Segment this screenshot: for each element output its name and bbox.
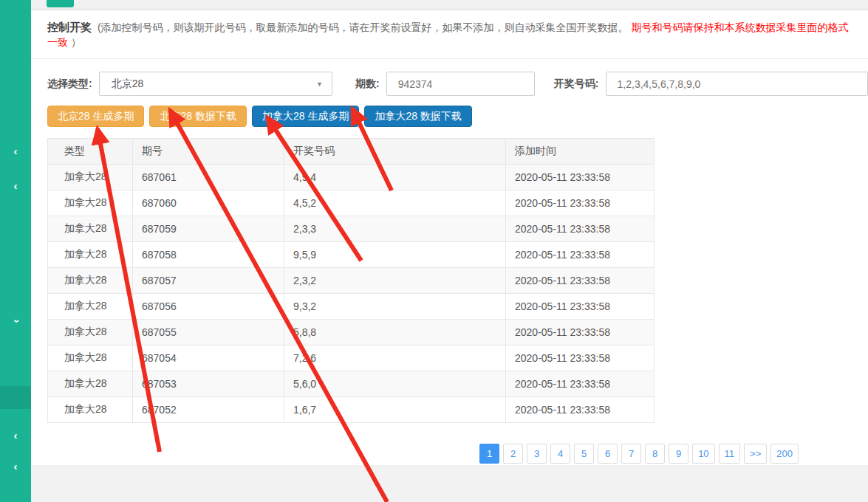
table-row: 加拿大286870572,3,22020-05-11 23:33:58	[48, 268, 655, 294]
pagination-page-2[interactable]: 2	[503, 444, 523, 464]
cell-type: 加拿大28	[48, 397, 133, 423]
type-select-value: 北京28	[100, 78, 144, 91]
expand-down-icon[interactable]: ‹	[10, 306, 21, 337]
cell-time: 2020-05-11 23:33:58	[506, 165, 655, 190]
cell-time: 2020-05-11 23:33:58	[506, 320, 655, 345]
numbers-label: 开奖号码:	[554, 78, 599, 91]
cell-time: 2020-05-11 23:33:58	[506, 190, 655, 216]
pagination-page-11[interactable]: 11	[719, 444, 741, 464]
cell-numbers: 5,6,0	[284, 371, 506, 397]
collapse-left-icon[interactable]: ‹	[0, 181, 31, 191]
cell-type: 加拿大28	[48, 242, 133, 268]
table-header-row: 类型期号开奖号码添加时间	[48, 139, 655, 165]
cell-numbers: 2,3,3	[284, 216, 506, 242]
pagination-page-9[interactable]: 9	[669, 444, 688, 464]
pagination-page-10[interactable]: 10	[692, 444, 714, 464]
chevron-down-icon: ▼	[316, 80, 323, 88]
cell-time: 2020-05-11 23:33:58	[506, 345, 655, 371]
collapse-left-icon[interactable]: ‹	[0, 461, 31, 472]
beijing28-generate-button[interactable]: 北京28 生成多期	[47, 106, 144, 127]
cell-time: 2020-05-11 23:33:58	[506, 242, 655, 268]
cell-period: 687059	[133, 216, 284, 242]
top-strip	[31, 0, 868, 10]
cell-type: 加拿大28	[48, 216, 133, 242]
page-description: (添加控制号码，则该期开此号码，取最新添加的号码，请在开奖前设置好，如果不添加，…	[98, 21, 629, 33]
table-row: 加拿大286870555,8,82020-05-11 23:33:58	[48, 320, 655, 345]
table-row: 加拿大286870547,2,62020-05-11 23:33:58	[48, 345, 655, 371]
collapse-left-icon[interactable]: ‹	[0, 146, 31, 157]
cell-numbers: 7,2,6	[284, 345, 506, 371]
cell-period: 687054	[133, 345, 284, 371]
pagination-page-4[interactable]: 4	[550, 444, 570, 464]
type-select[interactable]: 北京28 ▼	[99, 72, 332, 96]
cell-numbers: 4,5,2	[284, 190, 506, 216]
numbers-input[interactable]	[606, 72, 868, 96]
action-buttons: 北京28 生成多期北京28 数据下载加拿大28 生成多期加拿大28 数据下载	[47, 106, 868, 127]
panel-header: 控制开奖 (添加控制号码，则该期开此号码，取最新添加的号码，请在开奖前设置好，如…	[31, 10, 868, 59]
main-content: 控制开奖 (添加控制号码，则该期开此号码，取最新添加的号码，请在开奖前设置好，如…	[31, 0, 868, 502]
pagination-page-5[interactable]: 5	[574, 444, 594, 464]
table-row: 加拿大286870535,6,02020-05-11 23:33:58	[48, 371, 655, 397]
pagination-page-1[interactable]: 1	[479, 444, 499, 464]
cell-period: 687052	[133, 397, 284, 423]
pagination-page-6[interactable]: 6	[598, 444, 618, 464]
column-header: 开奖号码	[284, 139, 506, 165]
cell-time: 2020-05-11 23:33:58	[506, 294, 655, 320]
cell-numbers: 9,5,9	[284, 242, 506, 268]
column-header: 添加时间	[506, 139, 655, 165]
pagination-page-8[interactable]: 8	[645, 444, 665, 464]
control-table: 类型期号开奖号码添加时间 加拿大286870614,9,42020-05-11 …	[47, 138, 655, 423]
table-row: 加拿大286870569,3,22020-05-11 23:33:58	[48, 294, 655, 320]
pagination-page-7[interactable]: 7	[621, 444, 641, 464]
cell-numbers: 5,8,8	[284, 320, 506, 345]
footer	[31, 465, 868, 502]
page-title: 控制开奖	[47, 21, 92, 33]
cell-type: 加拿大28	[48, 320, 133, 345]
pagination-next[interactable]: >>	[744, 444, 767, 464]
cell-type: 加拿大28	[48, 345, 133, 371]
table-row: 加拿大286870614,9,42020-05-11 23:33:58	[48, 165, 655, 190]
canada28-generate-button[interactable]: 加拿大28 生成多期	[252, 106, 359, 127]
cell-period: 687057	[133, 268, 284, 294]
column-header: 类型	[48, 139, 133, 165]
cell-type: 加拿大28	[48, 294, 133, 320]
pagination-page-3[interactable]: 3	[527, 444, 547, 464]
collapse-left-icon[interactable]: ‹	[0, 430, 31, 441]
cell-period: 687060	[133, 190, 284, 216]
active-tab-indicator[interactable]	[47, 0, 74, 7]
canada28-download-button[interactable]: 加拿大28 数据下载	[364, 106, 471, 127]
table-row: 加拿大286870521,6,72020-05-11 23:33:58	[48, 397, 655, 423]
cell-period: 687061	[133, 165, 284, 190]
cell-period: 687055	[133, 320, 284, 345]
cell-period: 687056	[133, 294, 284, 320]
table-row: 加拿大286870589,5,92020-05-11 23:33:58	[48, 242, 655, 268]
cell-type: 加拿大28	[48, 268, 133, 294]
cell-time: 2020-05-11 23:33:58	[506, 397, 655, 423]
period-label: 期数:	[355, 78, 380, 91]
cell-time: 2020-05-11 23:33:58	[506, 371, 655, 397]
table-row: 加拿大286870592,3,32020-05-11 23:33:58	[48, 216, 655, 242]
cell-numbers: 9,3,2	[284, 294, 506, 320]
beijing28-download-button[interactable]: 北京28 数据下载	[149, 106, 246, 127]
cell-type: 加拿大28	[48, 371, 133, 397]
cell-period: 687058	[133, 242, 284, 268]
type-label: 选择类型:	[47, 78, 92, 91]
sidebar-active-item[interactable]	[0, 386, 31, 409]
cell-numbers: 2,3,2	[284, 268, 506, 294]
cell-time: 2020-05-11 23:33:58	[506, 216, 655, 242]
period-input[interactable]	[386, 72, 535, 96]
cell-period: 687053	[133, 371, 284, 397]
pagination-page-200[interactable]: 200	[770, 444, 799, 464]
cell-time: 2020-05-11 23:33:58	[506, 268, 655, 294]
pagination: 1234567891011>>200	[31, 444, 799, 464]
description-closing: ）	[71, 36, 81, 48]
control-form: 选择类型: 北京28 ▼ 期数: 开奖号码:	[47, 72, 868, 96]
cell-type: 加拿大28	[48, 190, 133, 216]
sidebar: ‹‹‹‹‹	[0, 0, 31, 502]
table-row: 加拿大286870604,5,22020-05-11 23:33:58	[48, 190, 655, 216]
column-header: 期号	[133, 139, 284, 165]
cell-type: 加拿大28	[48, 165, 133, 190]
cell-numbers: 4,9,4	[284, 165, 506, 190]
cell-numbers: 1,6,7	[284, 397, 506, 423]
